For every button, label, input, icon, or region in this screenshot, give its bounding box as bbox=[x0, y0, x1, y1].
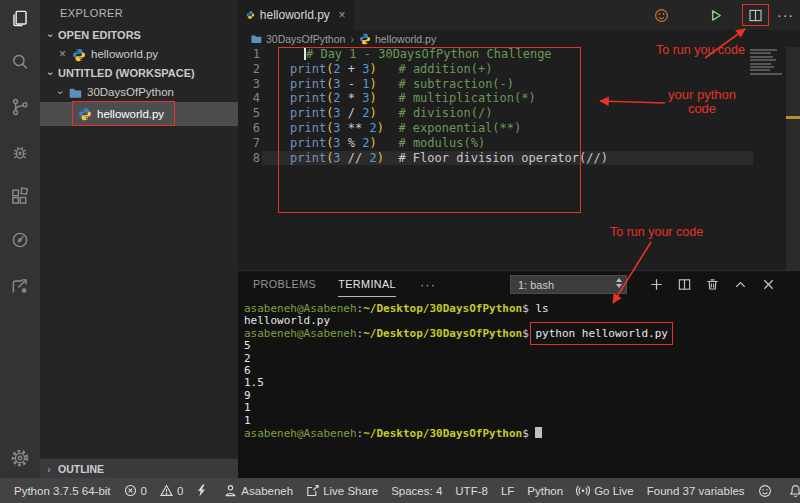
error-count: 0 bbox=[141, 485, 147, 497]
code-lines: 1 # Day 1 - 30DaysOfPython Challenge2pri… bbox=[238, 47, 800, 165]
code-line[interactable]: 1 # Day 1 - 30DaysOfPython Challenge bbox=[238, 47, 800, 62]
terminal-prompt-line: asabeneh@Asabeneh:~/Desktop/30DaysOfPyth… bbox=[244, 328, 800, 340]
editor-scrollbar[interactable] bbox=[786, 47, 800, 270]
panel-actions bbox=[649, 271, 776, 297]
terminal-panel: PROBLEMS TERMINAL ··· 1: bash asabeneh@A… bbox=[238, 270, 800, 478]
panel-header: PROBLEMS TERMINAL ··· 1: bash bbox=[238, 271, 800, 297]
go-live-status[interactable]: Go Live bbox=[576, 484, 634, 497]
minimap[interactable] bbox=[750, 49, 784, 76]
terminal-output-line: 1.5 bbox=[244, 377, 800, 389]
breadcrumb-separator: › bbox=[350, 33, 354, 45]
source-control-icon[interactable] bbox=[8, 95, 32, 119]
terminal-output-line: 1 bbox=[244, 415, 800, 427]
lightning-icon[interactable] bbox=[196, 484, 211, 497]
explorer-icon[interactable] bbox=[8, 6, 32, 30]
new-terminal-icon[interactable] bbox=[649, 277, 664, 292]
code-line[interactable]: 3print(3 - 1) # subtraction(-) bbox=[238, 77, 800, 92]
code-line[interactable]: 5print(3 / 2) # division(/) bbox=[238, 106, 800, 121]
code-line[interactable]: 6print(3 ** 2) # exponential(**) bbox=[238, 121, 800, 136]
python-file-icon bbox=[246, 8, 255, 22]
spaces-status[interactable]: Spaces: 4 bbox=[391, 485, 442, 497]
explorer-sidebar: EXPLORER › OPEN EDITORS × helloworld.py … bbox=[40, 0, 238, 478]
kill-terminal-icon[interactable] bbox=[705, 277, 720, 292]
close-icon[interactable]: × bbox=[56, 45, 69, 64]
file-item-selected[interactable]: helloworld.py bbox=[40, 102, 238, 126]
terminal-output-line: 6 bbox=[244, 365, 800, 377]
warnings-status[interactable]: 0 bbox=[160, 484, 183, 497]
select-spinner-icon bbox=[616, 278, 622, 288]
terminal-output[interactable]: asabeneh@Asabeneh:~/Desktop/30DaysOfPyth… bbox=[238, 297, 800, 439]
more-actions-icon[interactable]: ··· bbox=[777, 7, 794, 23]
outline-section[interactable]: › OUTLINE bbox=[40, 458, 238, 478]
code-line[interactable]: 7print(3 % 2) # modulus(%) bbox=[238, 136, 800, 151]
settings-gear-icon[interactable] bbox=[8, 446, 32, 470]
workspace-section[interactable]: › UNTITLED (WORKSPACE) bbox=[40, 64, 238, 83]
split-editor-icon[interactable] bbox=[747, 7, 764, 24]
smiley-extension-icon[interactable] bbox=[652, 6, 671, 25]
time-icon[interactable] bbox=[8, 228, 32, 252]
open-editors-section[interactable]: › OPEN EDITORS bbox=[40, 26, 238, 45]
run-button[interactable] bbox=[706, 6, 725, 25]
shell-select[interactable]: 1: bash bbox=[510, 275, 627, 294]
terminal-output-line: 5 bbox=[244, 340, 800, 352]
tab-terminal[interactable]: TERMINAL bbox=[338, 271, 396, 297]
chevron-down-icon: › bbox=[44, 64, 58, 83]
encoding-status[interactable]: UTF-8 bbox=[455, 485, 488, 497]
python-file-icon bbox=[359, 33, 371, 45]
terminal-output-line: 2 bbox=[244, 353, 800, 365]
vscode-window: EXPLORER › OPEN EDITORS × helloworld.py … bbox=[0, 0, 800, 503]
code-line[interactable]: 4print(2 * 3) # multiplication(*) bbox=[238, 91, 800, 106]
python-file-icon bbox=[72, 48, 86, 62]
editor-region: helloworld.py × ··· 30DaysOfPython › hel… bbox=[238, 0, 800, 478]
chevron-right-icon: › bbox=[40, 463, 58, 475]
language-status[interactable]: Python bbox=[527, 485, 563, 497]
tab-problems[interactable]: PROBLEMS bbox=[253, 271, 316, 297]
variables-status[interactable]: Found 37 variables bbox=[647, 485, 745, 497]
debug-icon[interactable] bbox=[8, 140, 32, 164]
extensions-icon[interactable] bbox=[8, 185, 32, 209]
folder-item[interactable]: › 30DaysOfPython bbox=[40, 83, 238, 102]
code-line[interactable]: 8print(3 // 2) # Floor division operator… bbox=[238, 151, 800, 166]
warning-count: 0 bbox=[177, 485, 183, 497]
folder-icon bbox=[250, 33, 262, 45]
terminal-output-line: 1 bbox=[244, 402, 800, 414]
terminal-output-line: 9 bbox=[244, 390, 800, 402]
user-status[interactable]: Asabeneh bbox=[224, 484, 293, 497]
split-terminal-icon[interactable] bbox=[677, 277, 692, 292]
maximize-panel-icon[interactable] bbox=[733, 277, 748, 292]
python-file-icon bbox=[78, 107, 92, 121]
notifications-bell[interactable]: 1 bbox=[789, 484, 800, 498]
search-icon[interactable] bbox=[8, 50, 32, 74]
code-editor[interactable]: 1 # Day 1 - 30DaysOfPython Challenge2pri… bbox=[238, 47, 800, 270]
tab-helloworld[interactable]: helloworld.py × bbox=[238, 0, 354, 30]
chevron-down-icon: › bbox=[44, 26, 58, 45]
code-line[interactable]: 2print(2 + 3) # addition(+) bbox=[238, 62, 800, 77]
activity-bar bbox=[0, 0, 40, 478]
editor-actions: ··· bbox=[652, 0, 796, 30]
problems-status[interactable]: 0 bbox=[124, 484, 147, 497]
chevron-down-icon: › bbox=[54, 83, 68, 102]
terminal-prompt-line: asabeneh@Asabeneh:~/Desktop/30DaysOfPyth… bbox=[244, 427, 800, 439]
share-icon[interactable] bbox=[8, 275, 32, 299]
close-panel-icon[interactable] bbox=[761, 277, 776, 292]
tab-close-icon[interactable]: × bbox=[338, 8, 346, 22]
tab-bar: helloworld.py × ··· bbox=[238, 0, 800, 30]
python-version-status[interactable]: Python 3.7.5 64-bit bbox=[14, 485, 111, 497]
panel-more-icon[interactable]: ··· bbox=[420, 277, 436, 292]
breadcrumb[interactable]: 30DaysOfPython › helloworld.py bbox=[238, 30, 800, 47]
open-editor-item[interactable]: × helloworld.py bbox=[40, 45, 238, 64]
eol-status[interactable]: LF bbox=[501, 485, 514, 497]
sidebar-title: EXPLORER bbox=[40, 0, 238, 26]
live-share-status[interactable]: Live Share bbox=[306, 484, 378, 497]
status-bar: Python 3.7.5 64-bit 0 0 Asabeneh Live Sh… bbox=[0, 478, 800, 503]
feedback-smiley-icon[interactable] bbox=[758, 484, 776, 498]
scrollbar-mark bbox=[786, 116, 800, 119]
